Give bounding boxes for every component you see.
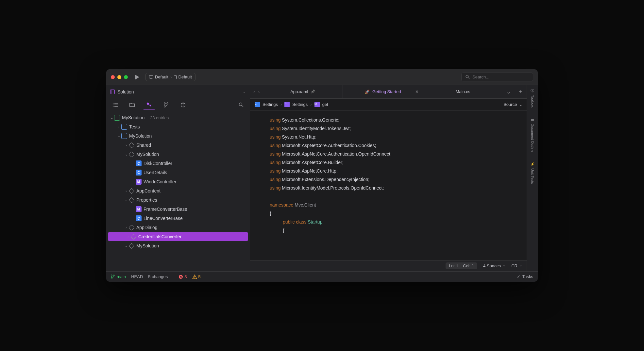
run-target-selector[interactable]: Default › Default <box>145 73 195 81</box>
chevron-right-icon: › <box>117 125 121 129</box>
pin-icon: 📌 <box>311 90 315 94</box>
svg-point-21 <box>111 275 112 276</box>
breadcrumb-item[interactable]: get <box>322 102 328 107</box>
run-button[interactable] <box>135 75 140 80</box>
rail-toolbox[interactable]: Ⓣ Toolbox <box>531 88 534 108</box>
tree-row[interactable]: ⌄MySolution <box>106 150 250 159</box>
sidebar-tab-unity[interactable] <box>178 100 189 109</box>
editor-tab[interactable]: 🚀Getting Started✕ <box>343 85 423 98</box>
source-view-selector[interactable]: Source ⌄ <box>503 102 522 107</box>
editor-tab[interactable]: App.xaml📌 <box>263 85 343 98</box>
svg-point-28 <box>194 278 195 278</box>
warning-count: 5 <box>198 274 201 279</box>
folder-icon <box>128 197 134 203</box>
sidebar-search-button[interactable] <box>235 100 246 109</box>
line-number: Ln: 1 <box>449 263 458 268</box>
maximize-window-button[interactable] <box>124 75 128 79</box>
tree-row[interactable]: ⌄MySolution <box>106 241 250 250</box>
sidebar-tabs <box>106 99 250 111</box>
svg-line-15 <box>148 104 150 105</box>
warnings-indicator[interactable]: 5 <box>192 274 201 279</box>
close-tab-button[interactable]: ✕ <box>415 89 419 94</box>
editor-tab[interactable]: Main.cs <box>423 85 503 98</box>
tree-row[interactable]: ⌄Properties <box>106 195 250 205</box>
svg-point-11 <box>113 106 113 107</box>
titlebar: Default › Default Search... <box>106 69 538 85</box>
svg-point-17 <box>167 103 168 104</box>
close-window-button[interactable] <box>111 75 115 79</box>
classes-icon <box>146 102 152 107</box>
svg-point-9 <box>113 104 113 105</box>
xaml-icon: M <box>136 179 142 185</box>
monitor-icon <box>149 75 153 79</box>
search-icon <box>239 102 244 107</box>
run-target-1-label: Default <box>155 75 168 79</box>
code-line: using Microsoft.AspNetCore.Authenticatio… <box>270 141 527 150</box>
breadcrumb-item[interactable]: Settings <box>292 102 308 107</box>
rail-document-outline[interactable]: ☰ Document Outline <box>531 117 534 152</box>
tree-row[interactable]: CLineConverterBase <box>106 214 250 223</box>
toolbox-icon: Ⓣ <box>531 88 534 93</box>
tree-solution-root[interactable]: ⌄ MySolution – 23 entries <box>106 113 250 122</box>
editor-main: ‹ › App.xaml📌🚀Getting Started✕Main.cs ⌄ … <box>250 85 527 271</box>
tree-item-label: CredentialsConverter <box>138 234 181 239</box>
code-editor[interactable]: using System.Collections.Generic;using S… <box>250 110 527 260</box>
nav-back-button[interactable]: ‹ <box>253 89 255 94</box>
sidebar-tab-list[interactable] <box>110 101 121 109</box>
cs-icon: C <box>255 102 260 107</box>
svg-line-20 <box>242 106 243 107</box>
tree-row[interactable]: ›CredentialsConverter <box>108 232 248 241</box>
changes-count[interactable]: 5 changes <box>148 274 168 279</box>
device-icon <box>174 75 177 79</box>
line-ending-selector[interactable]: CR ⌄ <box>511 263 522 268</box>
proj-icon <box>121 124 127 130</box>
chevron-down-icon: ⌄ <box>519 103 522 107</box>
svg-point-16 <box>164 103 165 104</box>
tree-row[interactable]: ⌄MySolution <box>106 131 250 141</box>
check-icon: ✓ <box>517 274 520 279</box>
indent-selector[interactable]: 4 Spaces ⌄ <box>483 263 505 268</box>
rail-unit-tests[interactable]: ⚡ Unit Tests <box>530 162 535 184</box>
tab-nav: ‹ › <box>250 85 263 98</box>
svg-line-4 <box>468 77 469 79</box>
chevron-down-icon: ⌄ <box>124 244 128 248</box>
sidebar-title: Solution <box>117 89 134 94</box>
sidebar-tab-git[interactable] <box>161 100 172 109</box>
breadcrumb: CSettings›PSettings›Mget Source ⌄ <box>250 99 527 110</box>
tree-row[interactable]: CUserDetails <box>106 168 250 177</box>
minimize-window-button[interactable] <box>117 75 121 79</box>
sidebar-tab-classes[interactable] <box>144 100 155 109</box>
global-search-input[interactable]: Search... <box>461 73 533 81</box>
tree-row[interactable]: ›AppDialog <box>106 223 250 232</box>
nav-forward-button[interactable]: › <box>258 89 260 94</box>
tree-row[interactable]: CDiskController <box>106 159 250 168</box>
sidebar-dropdown-button[interactable]: ⌄ <box>243 90 246 94</box>
rocket-icon: 🚀 <box>365 90 370 94</box>
unity-icon <box>180 102 186 108</box>
error-count: 3 <box>184 274 187 279</box>
code-line: using System.Collections.Generic; <box>270 116 527 124</box>
tasks-button[interactable]: ✓ Tasks <box>517 274 533 279</box>
tab-dropdown-button[interactable]: ⌄ <box>503 85 514 98</box>
tree-row[interactable]: ›AppContent <box>106 186 250 195</box>
code-line: using System.Net.Http; <box>270 133 527 141</box>
tree-row[interactable]: MFrameConverterBase <box>106 205 250 214</box>
chevron-right-icon: › <box>124 143 128 147</box>
divider <box>173 274 173 279</box>
outline-icon: ☰ <box>531 117 534 122</box>
tree-row[interactable]: ›Shared <box>106 141 250 150</box>
git-branch-indicator[interactable]: main <box>111 274 126 279</box>
tree-row[interactable]: MWindoController <box>106 177 250 186</box>
code-line: using Microsoft.AspNetCore.Builder; <box>270 158 527 167</box>
sidebar-tab-folder[interactable] <box>127 101 138 109</box>
tree-row[interactable]: ›Tests <box>106 122 250 131</box>
tab-add-button[interactable]: ＋ <box>514 85 527 98</box>
tree-item-label: WindoController <box>144 179 176 184</box>
ide-window: Default › Default Search... Solution ⌄ <box>106 69 538 282</box>
search-placeholder: Search... <box>472 75 489 79</box>
chevron-right-icon: › <box>310 102 312 107</box>
tab-label: Getting Started <box>372 89 401 94</box>
solution-tree[interactable]: ⌄ MySolution – 23 entries ›Tests⌄MySolut… <box>106 111 250 271</box>
errors-indicator[interactable]: 3 <box>178 274 187 279</box>
breadcrumb-item[interactable]: Settings <box>263 102 278 107</box>
